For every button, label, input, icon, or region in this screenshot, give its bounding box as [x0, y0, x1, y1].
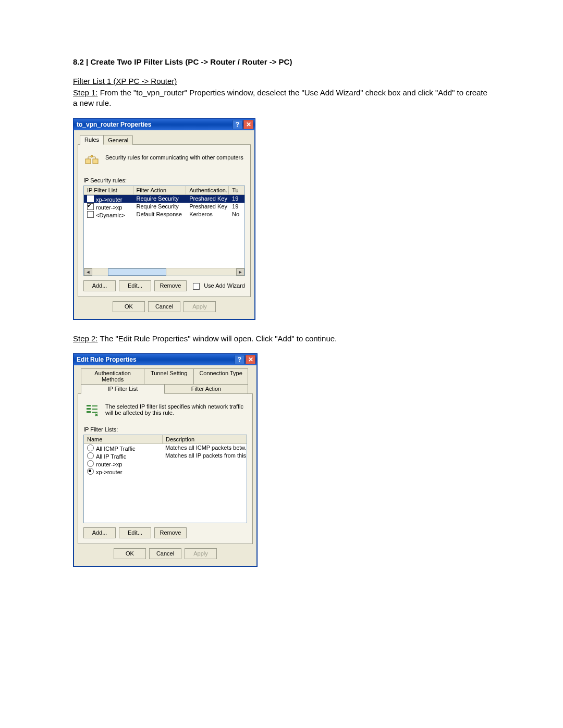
col-tunnel[interactable]: Tu — [229, 186, 244, 194]
tab-connection-type[interactable]: Connection Type — [193, 368, 248, 385]
dialog-description: The selected IP filter list specifies wh… — [105, 403, 247, 416]
use-add-wizard-checkbox[interactable]: Use Add Wizard — [193, 282, 245, 289]
radio-icon[interactable] — [87, 452, 94, 459]
svg-rect-4 — [87, 408, 91, 410]
ok-button[interactable]: OK — [113, 301, 145, 312]
step2-label: Step 2: — [73, 334, 98, 343]
svg-point-2 — [91, 155, 93, 157]
radio-icon[interactable] — [87, 468, 94, 475]
help-icon[interactable]: ? — [235, 355, 244, 364]
rules-label: IP Security rules: — [83, 177, 245, 183]
scroll-right-icon[interactable]: ► — [236, 268, 244, 276]
checkbox-icon[interactable] — [87, 195, 94, 202]
tab-filter-action[interactable]: Filter Action — [164, 384, 248, 394]
step1-text: From the "to_vpn_router" Properties wind… — [73, 88, 487, 107]
table-row[interactable]: router->xp Require Security Preshared Ke… — [84, 203, 244, 211]
table-row[interactable]: xp->router Require Security Preshared Ke… — [84, 195, 244, 203]
svg-rect-3 — [87, 405, 91, 406]
col-filterlist[interactable]: IP Filter List — [84, 186, 133, 194]
ok-button[interactable]: OK — [114, 548, 146, 559]
col-auth[interactable]: Authentication... — [186, 186, 229, 194]
tab-tunnel-setting[interactable]: Tunnel Setting — [144, 368, 194, 385]
list-item[interactable]: router->xp — [84, 460, 247, 467]
add-button[interactable]: Add... — [83, 280, 116, 291]
list-item[interactable]: All IP Traffic Matches all IP packets fr… — [84, 452, 247, 460]
window-title: Edit Rule Properties — [77, 356, 137, 363]
add-button[interactable]: Add... — [83, 527, 116, 538]
radio-icon[interactable] — [87, 460, 94, 467]
filter-list-icon — [84, 403, 100, 418]
checkbox-icon[interactable] — [87, 211, 94, 218]
titlebar[interactable]: to_vpn_router Properties ? ✕ — [74, 119, 255, 130]
table-row[interactable]: <Dynamic> Default Response Kerberos No — [84, 211, 244, 218]
filter-lists-listview[interactable]: Name Description All ICMP Traffic Matche… — [83, 435, 247, 523]
tab-rules[interactable]: Rules — [80, 135, 104, 145]
svg-rect-1 — [93, 159, 98, 164]
help-icon[interactable]: ? — [232, 120, 242, 129]
edit-rule-dialog: Edit Rule Properties ? ✕ Authentication … — [73, 353, 258, 567]
close-icon[interactable]: ✕ — [243, 120, 253, 129]
titlebar[interactable]: Edit Rule Properties ? ✕ — [74, 354, 257, 365]
scroll-thumb[interactable] — [108, 268, 166, 276]
svg-rect-0 — [85, 159, 91, 164]
list-item[interactable]: All ICMP Traffic Matches all ICMP packet… — [84, 444, 247, 452]
scroll-left-icon[interactable]: ◄ — [84, 268, 92, 276]
edit-button[interactable]: Edit... — [119, 527, 151, 538]
col-filteraction[interactable]: Filter Action — [133, 186, 187, 194]
filter-list-subheading: Filter List 1 (XP PC -> Router) — [73, 77, 177, 85]
policy-icon — [84, 154, 100, 169]
cancel-button[interactable]: Cancel — [148, 301, 180, 312]
apply-button[interactable]: Apply — [185, 548, 217, 559]
col-name[interactable]: Name — [84, 435, 163, 443]
filter-lists-label: IP Filter Lists: — [83, 426, 247, 433]
remove-button[interactable]: Remove — [154, 527, 187, 538]
section-heading: 8.2 | Create Two IP Filter Lists (PC -> … — [73, 57, 490, 66]
col-description[interactable]: Description — [163, 435, 247, 443]
tab-ip-filter-list[interactable]: IP Filter List — [81, 384, 165, 394]
checkbox-icon[interactable] — [87, 203, 94, 210]
horizontal-scrollbar[interactable]: ◄ ► — [84, 268, 244, 276]
tab-general[interactable]: General — [103, 135, 133, 145]
tab-auth-methods[interactable]: Authentication Methods — [81, 368, 144, 385]
svg-rect-5 — [87, 411, 91, 413]
checkbox-icon[interactable] — [193, 283, 200, 290]
step1-label: Step 1: — [73, 88, 98, 97]
dialog-description: Security rules for communicating with ot… — [105, 154, 243, 161]
radio-icon[interactable] — [87, 445, 94, 451]
rules-listview[interactable]: IP Filter List Filter Action Authenticat… — [83, 186, 245, 276]
window-title: to_vpn_router Properties — [77, 121, 151, 128]
apply-button[interactable]: Apply — [183, 301, 216, 312]
remove-button[interactable]: Remove — [154, 280, 187, 291]
list-item[interactable]: xp->router — [84, 467, 247, 475]
properties-dialog: to_vpn_router Properties ? ✕ Rules Gener… — [73, 118, 255, 320]
cancel-button[interactable]: Cancel — [149, 548, 181, 559]
edit-button[interactable]: Edit... — [119, 280, 151, 291]
step2-text: The "Edit Rule Properties" window will o… — [98, 334, 337, 343]
close-icon[interactable]: ✕ — [246, 355, 255, 364]
